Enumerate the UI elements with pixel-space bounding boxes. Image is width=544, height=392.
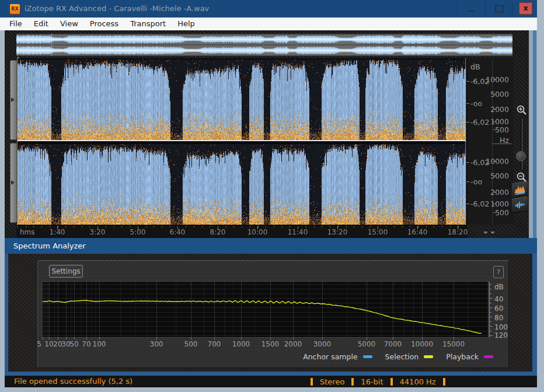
spectrogram-display[interactable] <box>18 58 466 225</box>
ruler-tick-label: 5:00 <box>124 228 152 236</box>
db-scale-tick <box>466 162 469 163</box>
legend-item: Playback <box>446 352 493 361</box>
ruler-tick-label: 11:40 <box>284 228 312 236</box>
hz-scale-tick <box>493 212 496 213</box>
menu-file[interactable]: File <box>4 18 28 30</box>
overview-position-marker <box>51 34 52 56</box>
db-scale-tick <box>466 103 469 104</box>
legend-label: Playback <box>446 352 479 361</box>
sa-freq-tick-mark <box>454 337 454 340</box>
ruler-tick-minor <box>242 226 242 228</box>
status-separator <box>390 378 393 386</box>
sa-db-tick-mark <box>489 321 491 322</box>
zoom-slider-knob[interactable] <box>516 151 526 161</box>
ruler-right-hatch <box>467 225 529 238</box>
sa-db-axis-line <box>489 282 490 337</box>
spectrum-analyzer-titlebar[interactable]: Spectrum Analyzer <box>5 238 537 254</box>
sa-db-tick-mark <box>489 326 493 327</box>
ruler-tick-minor <box>121 226 122 228</box>
sa-freq-tick-label: 1000 <box>227 340 255 348</box>
spectrum-plot-canvas <box>42 282 488 337</box>
scale-channel-separator <box>492 144 512 144</box>
ruler-tick-minor <box>233 226 234 228</box>
ruler-tick-minor <box>386 226 386 228</box>
ruler-tick-minor <box>346 226 347 228</box>
ruler-tick-minor <box>258 226 259 228</box>
ruler-tick-minor <box>426 226 427 228</box>
waveform-overview[interactable] <box>16 34 512 56</box>
legend-swatch <box>363 355 372 358</box>
spectrum-legend: Anchor sampleSelectionPlayback <box>303 352 493 361</box>
channel2-scrollbar-arrow <box>11 180 15 185</box>
sa-db-tick-label: 100 <box>494 323 508 331</box>
ruler-tick-minor <box>362 226 362 228</box>
sa-freq-tick-mark <box>422 337 423 340</box>
ruler-tick-minor <box>202 226 203 228</box>
menu-transport[interactable]: Transport <box>124 18 172 30</box>
ruler-tick-minor <box>146 226 147 228</box>
hz-scale-tick <box>493 94 496 94</box>
hz-scale-tick <box>493 204 496 204</box>
ruler-tick-minor <box>442 226 442 228</box>
ruler-tick-minor <box>33 226 34 228</box>
sa-db-tick-mark <box>489 293 491 294</box>
bottom-blue-band <box>5 372 537 376</box>
ruler-tick-label: 10:00 <box>243 228 271 236</box>
sa-db-tick-mark <box>489 331 491 331</box>
ruler-tick-minor <box>186 226 186 228</box>
menu-help[interactable]: Help <box>172 18 201 30</box>
db-scale-tick <box>466 181 469 182</box>
spectrum-analyzer-close-button[interactable]: x <box>519 2 532 15</box>
sa-freq-tick-mark <box>270 337 271 340</box>
ruler-tick-label: 13:20 <box>323 228 351 236</box>
menu-view[interactable]: View <box>54 18 84 30</box>
ruler-tick-minor <box>218 226 218 228</box>
sa-db-tick-mark <box>489 317 493 317</box>
sa-db-tick-mark <box>489 284 491 285</box>
legend-swatch <box>484 355 493 358</box>
legend-swatch <box>424 355 433 358</box>
waveform-view-button[interactable] <box>512 196 528 214</box>
window-title: iZotope RX Advanced - Caravelli -Michele… <box>25 0 209 18</box>
hz-scale-tick <box>493 192 496 192</box>
sa-freq-tick-label: 100 <box>85 340 113 348</box>
maximize-button[interactable] <box>486 0 512 18</box>
settings-button[interactable]: Settings <box>49 265 83 278</box>
db-scale-tick <box>466 122 469 123</box>
help-button[interactable]: ? <box>493 266 504 278</box>
panel-resize-grip[interactable] <box>483 232 495 234</box>
ruler-tick-minor <box>322 226 322 228</box>
sa-freq-tick-mark <box>58 337 58 340</box>
ruler-tick-minor <box>402 226 403 228</box>
sa-db-tick-label: 80 <box>494 314 503 322</box>
ruler-tick-minor <box>434 226 434 228</box>
zoom-slider-track[interactable] <box>520 118 522 170</box>
ruler-tick-minor <box>370 226 371 228</box>
ruler-tick-minor <box>306 226 306 228</box>
statusbar: File opened successfully (5,2 s) Stereo1… <box>5 376 537 387</box>
legend-item: Anchor sample <box>303 352 372 361</box>
sa-db-axis-unit: dB <box>494 283 504 291</box>
menu-process[interactable]: Process <box>84 18 124 30</box>
menu-edit[interactable]: Edit <box>28 18 54 30</box>
minimize-button[interactable] <box>458 0 484 18</box>
ruler-tick-label: 16:40 <box>403 228 431 236</box>
titlebar[interactable]: RX iZotope RX Advanced - Caravelli -Mich… <box>0 0 537 18</box>
sa-freq-tick-mark <box>214 337 215 340</box>
right-side-accent <box>533 30 536 238</box>
ruler-tick-label: 15:00 <box>364 228 392 236</box>
ruler-tick-minor <box>394 226 395 228</box>
sa-freq-tick-mark <box>86 337 87 340</box>
hz-scale-tick <box>493 130 496 130</box>
ruler-tick-minor <box>354 226 354 228</box>
sa-db-tick-label: 60 <box>494 304 503 313</box>
hz-scale-tick <box>493 109 496 110</box>
ruler-tick-minor <box>290 226 290 228</box>
sa-freq-tick-mark <box>156 337 157 340</box>
spectrum-plot[interactable] <box>41 281 489 338</box>
legend-item: Selection <box>385 352 434 361</box>
ruler-tick-minor <box>82 226 82 228</box>
zoom-in-icon[interactable] <box>515 104 528 117</box>
spectrogram-view-button[interactable] <box>512 181 528 198</box>
sa-freq-tick-label: 15000 <box>440 340 468 348</box>
